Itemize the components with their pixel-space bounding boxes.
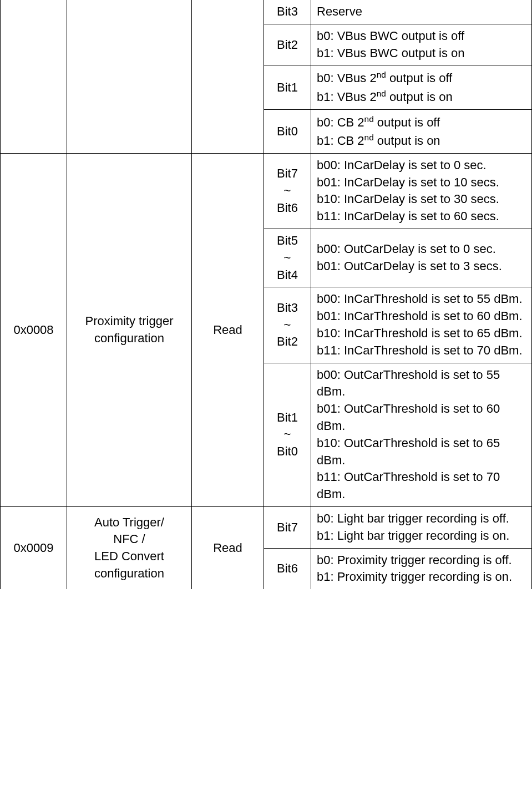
desc-cell: Reserve: [311, 0, 532, 24]
desc-cell: b00: InCarThreshold is set to 55 dBm.b01…: [311, 287, 532, 363]
bit-cell: Bit7~Bit6: [264, 153, 311, 229]
register-table: Bit3 Reserve Bit2 b0: VBus BWC output is…: [0, 0, 532, 589]
desc-cell: b0: Light bar trigger recording is off.b…: [311, 507, 532, 549]
name-cell-cont: [67, 0, 192, 153]
addr-cell: 0x0008: [1, 153, 67, 506]
bit-cell: Bit6: [264, 548, 311, 589]
bit-cell: Bit7: [264, 507, 311, 549]
table-row: 0x0009 Auto Trigger/NFC /LED Convert con…: [1, 507, 532, 549]
desc-cell: b0: VBus BWC output is offb1: VBus BWC o…: [311, 24, 532, 65]
desc-cell: b0: VBus 2nd output is offb1: VBus 2nd o…: [311, 65, 532, 109]
addr-cell-cont: [1, 0, 67, 153]
access-cell: Read: [192, 507, 264, 590]
desc-cell: b0: Proximity trigger recording is off.b…: [311, 548, 532, 589]
desc-cell: b00: OutCarThreshold is set to 55 dBm.b0…: [311, 363, 532, 506]
table-row: Bit3 Reserve: [1, 0, 532, 24]
name-cell: Proximity trigger configuration: [67, 153, 192, 506]
bit-cell: Bit1~Bit0: [264, 363, 311, 506]
name-cell: Auto Trigger/NFC /LED Convert configurat…: [67, 507, 192, 590]
addr-cell: 0x0009: [1, 507, 67, 590]
desc-cell: b0: CB 2nd output is offb1: CB 2nd outpu…: [311, 109, 532, 153]
table-row: 0x0008 Proximity trigger configuration R…: [1, 153, 532, 229]
bit-cell: Bit5~Bit4: [264, 229, 311, 287]
desc-cell: b00: InCarDelay is set to 0 sec.b01: InC…: [311, 153, 532, 229]
bit-cell: Bit2: [264, 24, 311, 65]
desc-cell: b00: OutCarDelay is set to 0 sec.b01: Ou…: [311, 229, 532, 287]
access-cell: Read: [192, 153, 264, 506]
access-cell-cont: [192, 0, 264, 153]
bit-cell: Bit1: [264, 65, 311, 109]
bit-cell: Bit0: [264, 109, 311, 153]
bit-cell: Bit3~Bit2: [264, 287, 311, 363]
bit-cell: Bit3: [264, 0, 311, 24]
